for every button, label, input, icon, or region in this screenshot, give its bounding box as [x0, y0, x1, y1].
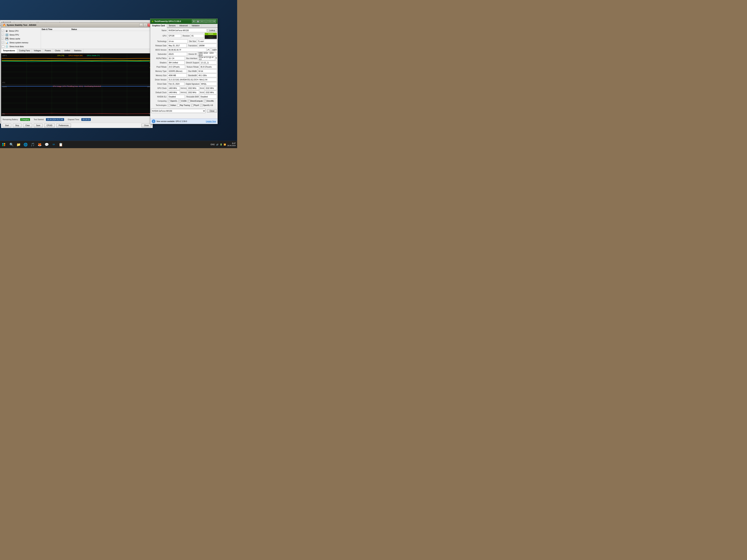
gpu-selector[interactable]: NVIDIA GeForce MX150 — [151, 109, 206, 113]
gpuz-sli-row: NVIDIA SLI Disabled Resizable BAR Disabl… — [151, 95, 217, 99]
stress-disks-checkbox[interactable] — [2, 45, 4, 48]
taskbar-discord-icon[interactable]: 💬 — [43, 141, 50, 148]
update-link[interactable]: Update Now — [206, 121, 216, 123]
svg-rect-18 — [2, 143, 3, 144]
memory-size-value: 4096 MB — [168, 74, 187, 77]
update-info-icon: i — [152, 119, 155, 123]
directcompute-item: DirectCompute — [188, 100, 203, 102]
close-stress-button[interactable]: Close — [141, 124, 151, 127]
memory-mhz-value: 1502 MHz — [187, 86, 199, 90]
bios-share-icon[interactable]: ↗ — [207, 49, 209, 51]
stress-memory-option[interactable]: 📊 Stress system memory — [2, 41, 40, 45]
tab-clocks[interactable]: Clocks — [53, 49, 62, 53]
gpuz-memory-size-row: Memory Size 4096 MB Bandwidth 48.1 GB/s — [151, 74, 217, 77]
gpuz-minimize-button[interactable]: _ — [204, 20, 208, 23]
rops-value: 16 / 24 — [168, 56, 185, 60]
bus-info-icon[interactable]: ? — [215, 57, 217, 60]
taskbar-64-icon[interactable]: 64 — [50, 141, 57, 148]
start-button[interactable]: Start — [3, 124, 11, 127]
taskbar: 🔍 📁 🌐 🎵 🦊 💬 64 📋 ENG 🔊 🔋 📶 8:47 26.04.20… — [0, 141, 237, 148]
gpuz-clock-row: GPU Clock 1469 MHz Memory 1502 MHz Boost… — [151, 86, 217, 90]
opencl-checkbox[interactable] — [168, 100, 170, 102]
gpuz-options-icon[interactable]: ⚙ — [192, 20, 196, 23]
taskbar-clock[interactable]: 8:47 26.04.2024 — [227, 142, 236, 147]
taskbar-spotify-icon[interactable]: 🎵 — [29, 141, 36, 148]
tab-sensors[interactable]: Sensors — [167, 24, 178, 27]
directml-item: DirectML — [204, 100, 214, 102]
tab-voltages[interactable]: Voltages — [32, 49, 43, 53]
gpu-clock-label: GPU Clock — [151, 87, 168, 89]
resizable-bar-label: Resizable BAR — [186, 96, 200, 98]
gpuz-menu-icon[interactable]: ≡ — [200, 20, 204, 23]
vulkan-checkbox[interactable] — [168, 104, 170, 106]
start-button[interactable] — [0, 141, 7, 148]
pixel-fillrate-label: Pixel Fillrate — [151, 66, 168, 68]
uefi-label: UEFI — [212, 49, 217, 51]
tab-advanced[interactable]: Advanced — [178, 24, 190, 27]
hotspot-checkbox[interactable]: ☑ — [65, 54, 68, 57]
gpuz-close-button[interactable]: Close — [207, 109, 217, 113]
tab-validation[interactable]: Validation — [190, 24, 202, 27]
gpuz-bios-row: BIOS Version 86.08.0E.00.7F ↗ UEFI — [151, 48, 217, 52]
ray-tracing-checkbox[interactable] — [177, 104, 180, 106]
physx-checkbox[interactable] — [191, 104, 194, 106]
tab-unified[interactable]: Unified — [62, 49, 72, 53]
gpuz-technologies-row: Technologies Vulkan Ray Tracing PhysX — [151, 103, 217, 107]
tab-graphics-card[interactable]: Graphics Card — [150, 24, 167, 28]
taskbar-explorer-icon[interactable]: 📁 — [15, 141, 22, 148]
preferences-button[interactable]: Preferences — [56, 124, 71, 127]
elapsed-label: Elapsed Time: — [68, 118, 79, 121]
tab-statistics[interactable]: Statistics — [72, 49, 83, 53]
stop-button[interactable]: Stop — [13, 124, 22, 127]
physx-item: PhysX — [191, 104, 199, 106]
save-button[interactable]: Save — [34, 124, 43, 127]
computing-items: OpenCL CUDA DirectCompute DirectML — [168, 100, 217, 102]
maximize-button[interactable]: □ — [144, 23, 147, 27]
gpuz-save-icon[interactable]: 💾 — [196, 20, 200, 23]
clear-button[interactable]: Clear — [23, 124, 32, 127]
texture-fillrate-label: Texture Fillrate — [186, 66, 200, 68]
tray-wifi-icon[interactable]: 📶 — [224, 143, 226, 145]
directx-value: 12 (12_1) — [200, 61, 217, 64]
stress-cache-option[interactable]: 💾 Stress cache — [2, 37, 40, 41]
tab-powers[interactable]: Powers — [43, 49, 53, 53]
name-label: Name — [151, 29, 168, 31]
taskbar-extra-icon[interactable]: 📋 — [57, 141, 64, 148]
technologies-label: Technologies — [151, 104, 168, 106]
driver-date-label: Driver Date — [151, 83, 168, 85]
stress-cpu-option[interactable]: 🖥 Stress CPU — [2, 29, 40, 33]
taskbar-edge-icon[interactable]: 🌐 — [22, 141, 29, 148]
tray-volume-icon[interactable]: 🔊 — [216, 143, 218, 145]
stress-memory-checkbox[interactable] — [2, 42, 4, 44]
directcompute-checkbox[interactable] — [188, 100, 190, 102]
stress-disks-option[interactable]: 💿 Stress local disks — [2, 45, 40, 49]
gpuz-title: ■ TechPowerUp GPU-Z 2.55.0 — [152, 20, 192, 23]
gpuz-close-button[interactable]: ✕ — [212, 20, 216, 23]
taskbar-firefox-icon[interactable]: 🦊 — [36, 141, 43, 148]
stress-cache-checkbox[interactable] — [2, 37, 4, 40]
stress-fpu-checkbox[interactable] — [2, 34, 4, 36]
revision-label: Revision — [182, 35, 190, 37]
taskbar-search-icon[interactable]: 🔍 — [8, 141, 15, 148]
uefi-checkbox[interactable] — [210, 49, 212, 51]
tab-cooling-fans[interactable]: Cooling Fans — [17, 49, 32, 53]
stress-test-titlebar: 🔥 System Stability Test - AIDA64 _ □ ✕ — [1, 22, 153, 28]
diode-checkbox[interactable]: ☑ — [84, 54, 86, 57]
lookup-button[interactable]: Lookup — [207, 29, 217, 32]
cuda-checkbox[interactable] — [178, 100, 181, 102]
tab-temperatures[interactable]: Temperatures — [1, 49, 17, 53]
stress-fpu-option[interactable]: 🔢 Stress FPU — [2, 33, 40, 37]
minimize-button[interactable]: _ — [139, 23, 143, 27]
stress-test-icon: 🔥 — [3, 24, 6, 26]
gpuz-name-row: Name NVIDIA GeForce MX150 Lookup — [151, 28, 217, 32]
vulkan-item: Vulkan — [168, 104, 176, 106]
gpuz-restore-button[interactable]: □ — [208, 20, 212, 23]
cpuid-button[interactable]: CPUID — [44, 124, 55, 127]
directml-checkbox[interactable] — [204, 100, 206, 102]
cpu-checkbox[interactable]: ☑ — [54, 54, 56, 57]
stress-cpu-checkbox[interactable] — [2, 30, 4, 32]
gpuz-green-icon: ■ — [152, 20, 153, 23]
opengl-checkbox[interactable] — [200, 104, 203, 106]
stress-log-panel: Date & Time Status — [41, 28, 153, 49]
tray-battery-icon[interactable]: 🔋 — [220, 143, 222, 145]
